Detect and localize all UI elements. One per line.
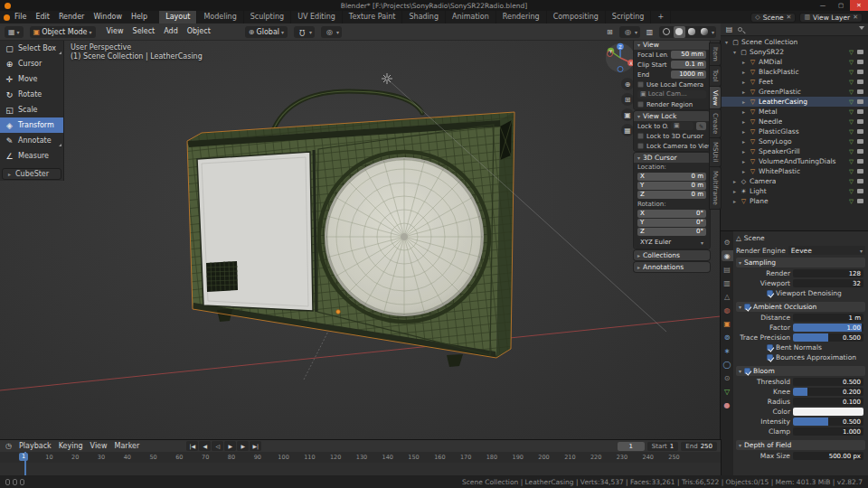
outliner-row[interactable]: ▸ ▽ Plane ▽	[721, 196, 868, 206]
show-overlays-icon[interactable]: ◎	[622, 26, 634, 38]
cursor-axis-field[interactable]: X 0°	[637, 210, 706, 218]
pan-icon[interactable]: ⊞	[621, 93, 634, 106]
workspace-tab[interactable]: Shading	[402, 11, 446, 23]
checkbox[interactable]	[767, 290, 773, 296]
checkbox[interactable]	[767, 344, 773, 351]
transform-orientation-dropdown[interactable]: ⊕ Global ▾	[245, 26, 288, 38]
render-visibility-icon[interactable]	[857, 199, 863, 203]
outliner-row[interactable]: ▸ ▽ AMDial ▽	[721, 57, 868, 67]
cursor-axis-field[interactable]: X 0 m	[637, 173, 706, 181]
checkbox-row[interactable]: Bent Normals	[736, 343, 865, 352]
outliner-row[interactable]: ▸ ▽ GreenPlastic ▽	[721, 87, 868, 97]
tool-button[interactable]: ◈ Transform	[0, 117, 63, 133]
render-visibility-icon[interactable]	[857, 70, 863, 74]
panel-checkbox[interactable]	[744, 368, 750, 374]
render-visibility-icon[interactable]	[857, 119, 863, 124]
outliner-row[interactable]: ▸ ▽ Needle ▽	[721, 117, 868, 127]
toggle-xray-icon[interactable]: ▥	[644, 26, 656, 38]
render-visibility-icon[interactable]	[857, 169, 863, 174]
chevron-down-icon[interactable]: ▾	[712, 29, 714, 35]
tool-button[interactable]: ↻ Rotate	[0, 87, 63, 102]
property-field[interactable]: 1.000	[793, 427, 863, 436]
frame-start-field[interactable]: Start 1	[647, 442, 679, 451]
jump-to-end-button[interactable]: ▶|	[250, 441, 261, 451]
property-field[interactable]: 0.500	[793, 378, 863, 386]
sampling-panel-header[interactable]: ▾ Sampling	[736, 258, 865, 267]
checkbox[interactable]	[637, 143, 644, 149]
property-field[interactable]: 500.00 px	[793, 452, 863, 460]
render-visibility-icon[interactable]	[857, 99, 863, 104]
3d-viewport[interactable]: ▦ ▾ ▣ Object Mode ▾ View Select Add Obje…	[0, 23, 721, 440]
workspace-tab[interactable]: Texture Paint	[343, 11, 403, 23]
ambient-occlusion-panel-header[interactable]: ▾ Ambient Occlusion	[736, 302, 865, 312]
render-engine-dropdown[interactable]: Eevee ▾	[788, 246, 865, 255]
properties-tab[interactable]: ▥	[722, 277, 733, 288]
view-section-header[interactable]: ▾ View	[634, 40, 710, 50]
expand-caret-icon[interactable]: ▸	[741, 148, 747, 155]
outliner-row[interactable]: ▸ ☀ Light ▽	[721, 186, 868, 196]
workspace-tab[interactable]: Modeling	[197, 11, 243, 23]
property-field[interactable]: 0.500	[793, 418, 863, 426]
outliner-row[interactable]: ▸ ▽ SonyLogo ▽	[721, 136, 868, 146]
zoom-icon[interactable]: ⊕	[621, 78, 634, 90]
workspace-tab[interactable]: Sculpting	[244, 11, 291, 23]
checkbox[interactable]	[637, 133, 644, 139]
render-visibility-icon[interactable]	[857, 159, 863, 164]
lock-camera-to-view-checkbox[interactable]: Lock Camera to View	[634, 141, 710, 151]
proportional-editing-icon[interactable]: ◎	[324, 26, 335, 38]
tool-button[interactable]: ✎ Annotate	[0, 133, 63, 148]
filter-icon[interactable]	[859, 26, 864, 33]
annotations-header[interactable]: ▸ Annotations	[634, 262, 710, 272]
properties-tab[interactable]: ▤	[722, 264, 733, 275]
minimize-button[interactable]: —	[814, 0, 832, 11]
navigation-gizmo[interactable]: Z X Y	[604, 42, 637, 74]
play-reverse-button[interactable]: ◁	[212, 441, 223, 451]
timeline-ruler[interactable]: 10 20 30 40 50 60 70 80 90 100 110 120 1…	[0, 452, 721, 463]
property-field[interactable]	[793, 408, 863, 416]
frame-end-field[interactable]: End 250	[681, 442, 717, 451]
menu-item[interactable]: Window	[89, 11, 127, 23]
lock-to-object-row[interactable]: Lock to O... ▣ ✎	[634, 121, 710, 131]
properties-tab[interactable]: ⚙	[722, 237, 733, 248]
workspace-tab[interactable]: Rendering	[496, 11, 547, 23]
tool-button[interactable]: ✛ Move	[0, 71, 63, 87]
checkbox[interactable]	[637, 81, 644, 88]
expand-caret-icon[interactable]: ▸	[741, 118, 747, 125]
pencil-icon[interactable]: ✎	[696, 122, 706, 130]
property-value-field[interactable]: 0.1 m	[671, 61, 706, 69]
expand-caret-icon[interactable]: ▸	[741, 168, 747, 174]
expand-caret-icon[interactable]: ▸	[741, 128, 747, 135]
menu-item[interactable]: Select	[128, 25, 160, 38]
shading-wireframe-button[interactable]	[661, 26, 673, 38]
expand-caret-icon[interactable]: ▸	[741, 99, 747, 105]
sidebar-tab[interactable]: View	[710, 87, 721, 109]
render-region-checkbox[interactable]: Render Region	[634, 99, 710, 109]
sidebar-tab[interactable]: MSUtil	[710, 138, 721, 165]
cursor-axis-field[interactable]: Y 0 m	[637, 182, 706, 190]
expand-caret-icon[interactable]: ▸	[741, 138, 747, 145]
mode-dropdown[interactable]: ▣ Object Mode ▾	[30, 26, 96, 38]
property-field[interactable]: 32	[793, 279, 863, 287]
render-visibility-icon[interactable]	[857, 139, 863, 144]
expand-caret-icon[interactable]: ▸	[741, 59, 747, 65]
menu-item[interactable]: View	[87, 440, 111, 452]
expand-caret-icon[interactable]: ▸	[741, 108, 747, 115]
expand-caret-icon[interactable]: ▸	[741, 89, 747, 95]
menu-item[interactable]: Object	[183, 25, 215, 38]
close-button[interactable]: ✕	[850, 0, 868, 11]
tool-button[interactable]: ◱ Scale	[0, 102, 63, 117]
chevron-down-icon[interactable]: ▾	[309, 29, 312, 35]
render-visibility-icon[interactable]	[857, 80, 863, 84]
checkbox-row[interactable]: Bounces Approximation	[736, 352, 865, 362]
expand-caret-icon[interactable]: ▾	[723, 39, 730, 45]
collections-header[interactable]: ▸ Collections	[634, 250, 710, 260]
3d-viewport-canvas[interactable]	[0, 40, 721, 440]
menu-item[interactable]: File	[10, 11, 31, 23]
timeline-editor-icon[interactable]: ◷	[4, 440, 14, 452]
sidebar-tab[interactable]: Item	[710, 43, 721, 65]
object-origin[interactable]	[336, 310, 341, 314]
sidebar-tab[interactable]: Tool	[710, 66, 721, 86]
render-visibility-icon[interactable]	[857, 189, 863, 193]
shading-material-button[interactable]	[686, 26, 698, 38]
render-visibility-icon[interactable]	[857, 50, 863, 54]
